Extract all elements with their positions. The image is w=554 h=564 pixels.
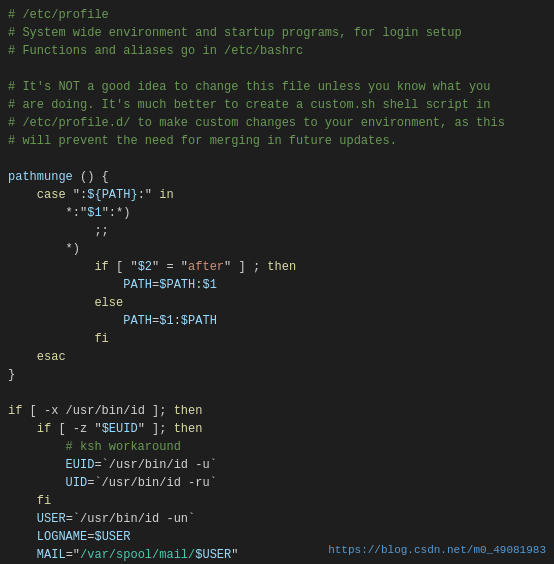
code-line: # System wide environment and startup pr… [8,24,546,42]
code-line: ;; [8,222,546,240]
code-line: PATH=$PATH:$1 [8,276,546,294]
code-line: # /etc/profile.d/ to make custom changes… [8,114,546,132]
code-line: # ksh workaround [8,438,546,456]
code-line [8,60,546,78]
code-line: # will prevent the need for merging in f… [8,132,546,150]
code-line: if [ -z "$EUID" ]; then [8,420,546,438]
code-line: if [ "$2" = "after" ] ; then [8,258,546,276]
code-line [8,150,546,168]
code-content: # /etc/profile # System wide environment… [8,6,546,564]
code-line: *) [8,240,546,258]
code-line: EUID=`/usr/bin/id -u` [8,456,546,474]
code-line: esac [8,348,546,366]
code-line: fi [8,492,546,510]
code-line: else [8,294,546,312]
code-editor: # /etc/profile # System wide environment… [0,0,554,564]
code-line: fi [8,330,546,348]
code-line: UID=`/usr/bin/id -ru` [8,474,546,492]
code-line [8,384,546,402]
code-line: } [8,366,546,384]
code-line: case ":${PATH}:" in [8,186,546,204]
code-line: # are doing. It's much better to create … [8,96,546,114]
code-line: # /etc/profile [8,6,546,24]
code-line: PATH=$1:$PATH [8,312,546,330]
code-line: USER=`/usr/bin/id -un` [8,510,546,528]
code-line: if [ -x /usr/bin/id ]; then [8,402,546,420]
code-line: *:"$1":*) [8,204,546,222]
code-line: # Functions and aliases go in /etc/bashr… [8,42,546,60]
code-line: # It's NOT a good idea to change this fi… [8,78,546,96]
code-line: pathmunge () { [8,168,546,186]
watermark: https://blog.csdn.net/m0_49081983 [328,544,546,556]
